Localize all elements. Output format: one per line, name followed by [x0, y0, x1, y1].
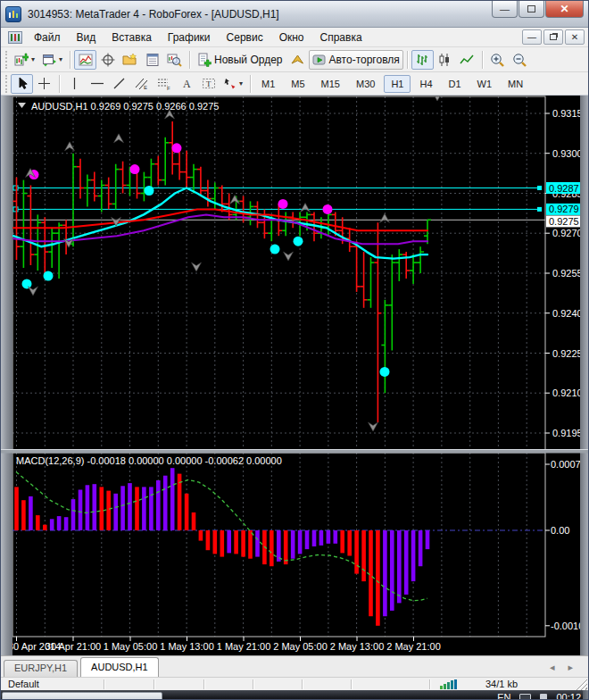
- new-chart-dropdown-arrow[interactable]: ▾: [31, 55, 35, 63]
- timeframe-M30[interactable]: M30: [349, 75, 382, 93]
- crosshair-tool-button[interactable]: [96, 50, 119, 70]
- svg-text:F: F: [167, 86, 170, 91]
- resize-grip[interactable]: [576, 679, 587, 690]
- separator: [407, 51, 408, 69]
- new-chart-button[interactable]: ▾: [11, 50, 38, 70]
- mt4-window: 3014953: MetaTrader 4 - RoboForex - [AUD…: [0, 0, 589, 700]
- chart-window-icon[interactable]: [8, 31, 22, 44]
- taskbar-clock[interactable]: 00:12: [556, 692, 581, 700]
- timeframe-D1[interactable]: D1: [442, 75, 469, 93]
- svg-text:0.9240: 0.9240: [552, 308, 583, 319]
- toolbar-grip[interactable]: [5, 51, 9, 69]
- text-tool[interactable]: A: [175, 74, 197, 94]
- cyan-signal-dot: [44, 271, 54, 281]
- title-bar[interactable]: 3014953: MetaTrader 4 - RoboForex - [AUD…: [1, 1, 588, 28]
- trendline-tool[interactable]: [108, 74, 130, 94]
- chart-tab-AUDUSD,H1[interactable]: AUDUSD,H1: [80, 657, 159, 677]
- chart-tab-EURJPY,H1[interactable]: EURJPY,H1: [4, 660, 78, 677]
- line-chart-icon: [460, 53, 474, 67]
- minimize-button[interactable]: —: [492, 1, 518, 18]
- right-scrollbar-strip[interactable]: [580, 96, 589, 655]
- cursor-tool-button[interactable]: [11, 74, 33, 94]
- bar-chart-mode-button[interactable]: [411, 50, 434, 70]
- close-button[interactable]: ✕: [545, 1, 584, 18]
- candlestick-icon: [437, 53, 452, 67]
- toolbar-grip[interactable]: [5, 75, 9, 93]
- autotrading-button[interactable]: Авто-торговля: [309, 50, 403, 70]
- svg-text:2 May 13:00: 2 May 13:00: [330, 641, 385, 652]
- menu-Графики[interactable]: Графики: [160, 29, 219, 46]
- menu-Справка[interactable]: Справка: [312, 29, 370, 46]
- templates-button[interactable]: [119, 50, 141, 70]
- profile-name[interactable]: Default: [8, 679, 39, 689]
- menu-Файл[interactable]: Файл: [26, 29, 69, 46]
- templates-folder-star-icon: [122, 53, 137, 67]
- tab-scroll-arrows[interactable]: ◂ ▸: [550, 662, 585, 677]
- timeframe-H4[interactable]: H4: [412, 75, 439, 93]
- candlestick-mode-button[interactable]: [434, 50, 456, 70]
- menu-Сервис[interactable]: Сервис: [219, 29, 271, 46]
- tick-chart-button[interactable]: [74, 50, 96, 70]
- menu-Окно[interactable]: Окно: [271, 29, 312, 46]
- horizontal-line-tool[interactable]: [86, 74, 108, 94]
- window-title: 3014953: MetaTrader 4 - RoboForex - [AUD…: [28, 8, 492, 21]
- new-order-label: Новый Ордер: [214, 54, 282, 66]
- svg-text:0.9195: 0.9195: [552, 428, 583, 438]
- language-indicator[interactable]: EN: [497, 692, 510, 700]
- new-order-button[interactable]: Новый Ордер: [194, 50, 286, 70]
- arrow-objects-dropdown[interactable]: ▾: [239, 79, 243, 88]
- profiles-dropdown-arrow[interactable]: ▾: [59, 55, 62, 63]
- mdi-minimize-button[interactable]: —: [522, 29, 542, 45]
- timeframe-W1[interactable]: W1: [470, 75, 500, 93]
- mdi-restore-button[interactable]: [543, 29, 563, 45]
- strategy-tester-button[interactable]: [163, 50, 186, 70]
- status-divider: [302, 679, 303, 689]
- vertical-line-tool[interactable]: [63, 74, 86, 94]
- crosshair-icon: [37, 77, 51, 90]
- keyboard-icon[interactable]: [519, 694, 531, 700]
- svg-text:30 Apr 21:00: 30 Apr 21:00: [46, 641, 101, 652]
- zoom-in-button[interactable]: [486, 50, 509, 70]
- chart-area[interactable]: AUDUSD,H1 0.9269 0.9275 0.9266 0.9275MAC…: [1, 96, 589, 655]
- arrow-objects-button[interactable]: ▾: [220, 74, 246, 94]
- separator: [482, 51, 483, 69]
- line-chart-mode-button[interactable]: [456, 50, 478, 70]
- windows-taskbar: EN 00:12: [1, 690, 588, 700]
- vertical-line-icon: [69, 77, 80, 90]
- macd-header-text: MACD(12,26,9) -0.00018 0.00000 0.00000 -…: [16, 455, 282, 466]
- timeframe-M15[interactable]: M15: [314, 75, 347, 93]
- trendline-icon: [112, 77, 126, 90]
- price-chart[interactable]: AUDUSD,H1 0.9269 0.9275 0.9266 0.9275MAC…: [1, 96, 589, 655]
- data-window-button[interactable]: [141, 50, 163, 70]
- menu-Вид[interactable]: Вид: [69, 29, 104, 46]
- show-desktop-button[interactable]: [583, 690, 588, 700]
- zoom-out-button[interactable]: [509, 50, 531, 70]
- mdi-close-button[interactable]: ✕: [565, 29, 585, 45]
- crosshair-target-icon: [101, 53, 115, 67]
- equidistant-channel-tool[interactable]: E: [130, 74, 153, 94]
- timeframe-M1[interactable]: M1: [254, 75, 282, 93]
- crosshair-cursor-button[interactable]: [33, 74, 55, 94]
- menu-Вставка[interactable]: Вставка: [104, 29, 160, 46]
- fibonacci-icon: F: [157, 77, 171, 90]
- experts-icon: [290, 53, 304, 67]
- experts-button[interactable]: [286, 50, 309, 70]
- magenta-signal-dot: [323, 204, 333, 214]
- timeframe-H1[interactable]: H1: [384, 75, 411, 93]
- cyan-signal-dot: [145, 186, 154, 196]
- chart-header-text: AUDUSD,H1 0.9269 0.9275 0.9266 0.9275: [31, 101, 219, 112]
- autotrading-label: Авто-торговля: [329, 54, 400, 66]
- taskbar-app-button[interactable]: [2, 692, 162, 700]
- line-studies-toolbar: E F A T ▾ M1M5M15M30H1H4D1W1MN: [1, 72, 588, 96]
- tray-icon[interactable]: [540, 694, 547, 700]
- timeframe-M5[interactable]: M5: [284, 75, 311, 93]
- maximize-button[interactable]: [518, 1, 544, 18]
- profiles-button[interactable]: ▾: [38, 50, 66, 70]
- svg-text:0.9270: 0.9270: [552, 228, 583, 238]
- timeframe-MN[interactable]: MN: [501, 75, 530, 93]
- svg-text:T: T: [206, 79, 212, 88]
- panel-splitter[interactable]: [1, 450, 589, 454]
- text-label-tool[interactable]: T: [197, 74, 220, 94]
- fibonacci-tool[interactable]: F: [153, 74, 175, 94]
- data-window-icon: [145, 53, 160, 67]
